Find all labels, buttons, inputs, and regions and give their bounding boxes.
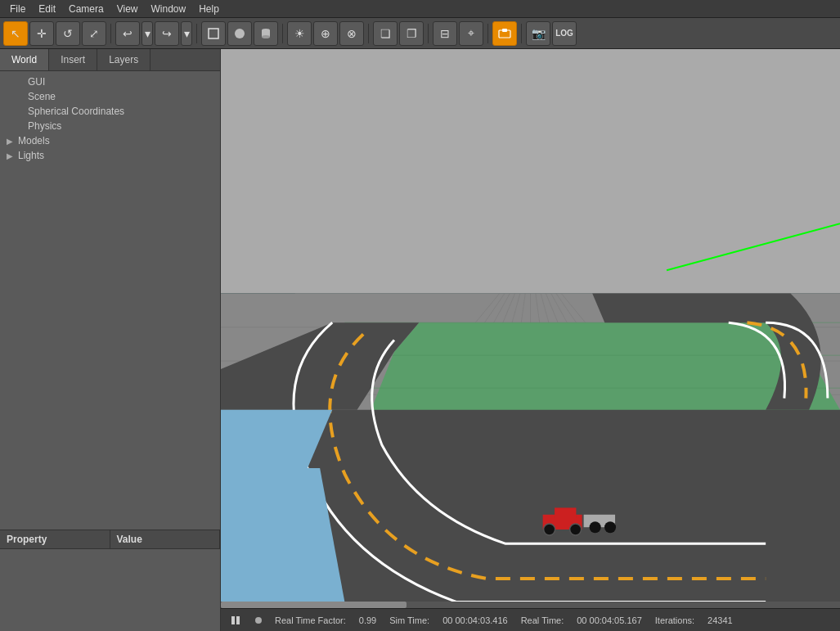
menu-camera[interactable]: Camera — [62, 2, 110, 16]
log-button[interactable]: LOG — [552, 21, 577, 46]
sep4 — [368, 24, 369, 43]
lights-arrow — [7, 151, 15, 160]
real-time-value: 00 00:04:05.167 — [577, 615, 642, 625]
redo-button[interactable]: ↪ — [155, 21, 179, 46]
properties-panel: Property Value — [0, 530, 220, 631]
realtime-factor-label: Real Time Factor: — [275, 615, 346, 625]
iterations-value: 24341 — [707, 615, 733, 625]
box-button[interactable] — [201, 21, 226, 46]
spot-light-button[interactable]: ⊗ — [339, 21, 364, 46]
redo-dropdown[interactable]: ▾ — [181, 21, 192, 46]
align-button[interactable]: ⊟ — [433, 21, 457, 46]
svg-rect-0 — [209, 29, 218, 38]
select-tool-button[interactable]: ↖ — [3, 21, 28, 46]
menu-view[interactable]: View — [110, 2, 145, 16]
models-arrow — [7, 137, 15, 146]
rotate-tool-button[interactable]: ↺ — [56, 21, 80, 46]
svg-point-4 — [262, 35, 270, 38]
screenshot-button[interactable]: 📷 — [526, 21, 550, 46]
real-time-label: Real Time: — [521, 615, 564, 625]
tab-bar: World Insert Layers — [0, 49, 220, 71]
cylinder-button[interactable] — [254, 21, 278, 46]
tree-item-spherical[interactable]: Spherical Coordinates — [0, 104, 220, 119]
realtime-factor-value: 0.99 — [359, 615, 376, 625]
toolbar: ↖ ✛ ↺ ⤢ ↩ ▾ ↪ ▾ ☀ ⊕ ⊗ ❏ ❐ ⊟ ⌖ 📷 LOG — [0, 18, 840, 49]
menu-help[interactable]: Help — [192, 2, 226, 16]
sun-light-button[interactable]: ☀ — [287, 21, 312, 46]
sep7 — [521, 24, 522, 43]
prop-col-property: Property — [0, 530, 110, 548]
prop-body — [0, 549, 220, 631]
world-tree: GUI Scene Spherical Coordinates Physics … — [0, 71, 220, 530]
menu-file[interactable]: File — [3, 2, 32, 16]
sep2 — [196, 24, 197, 43]
3d-viewport[interactable]: Real Time Factor: 0.99 Sim Time: 00 00:0… — [221, 49, 840, 631]
menubar: File Edit Camera View Window Help — [0, 0, 840, 18]
sep5 — [428, 24, 429, 43]
svg-rect-8 — [236, 616, 240, 624]
undo-dropdown[interactable]: ▾ — [141, 21, 153, 46]
paste-button[interactable]: ❐ — [399, 21, 424, 46]
main-layout: World Insert Layers GUI Scene Spherical … — [0, 49, 840, 631]
snap-button[interactable]: ⌖ — [459, 21, 483, 46]
tree-item-models[interactable]: Models — [0, 133, 220, 148]
svg-rect-6 — [502, 29, 507, 32]
point-light-button[interactable]: ⊕ — [313, 21, 338, 46]
viewport-scrollbar-thumb[interactable] — [221, 602, 407, 608]
sep1 — [110, 24, 111, 43]
tab-insert[interactable]: Insert — [49, 49, 97, 70]
tab-layers[interactable]: Layers — [97, 49, 150, 70]
svg-point-1 — [235, 29, 245, 38]
copy-button[interactable]: ❏ — [373, 21, 398, 46]
scene-canvas — [221, 49, 840, 631]
scale-tool-button[interactable]: ⤢ — [82, 21, 106, 46]
svg-rect-7 — [231, 616, 235, 624]
sep3 — [282, 24, 283, 43]
tab-world[interactable]: World — [0, 49, 49, 70]
viewport-scrollbar[interactable] — [221, 602, 840, 608]
tree-item-gui[interactable]: GUI — [0, 74, 220, 89]
iterations-label: Iterations: — [655, 615, 694, 625]
sphere-button[interactable] — [227, 21, 252, 46]
pause-button[interactable] — [229, 614, 242, 627]
status-indicator — [255, 617, 262, 624]
left-panel: World Insert Layers GUI Scene Spherical … — [0, 49, 221, 631]
statusbar: Real Time Factor: 0.99 Sim Time: 00 00:0… — [221, 608, 840, 631]
menu-window[interactable]: Window — [145, 2, 193, 16]
tree-item-scene[interactable]: Scene — [0, 89, 220, 104]
prop-col-value: Value — [110, 530, 221, 548]
camera-follow-button[interactable] — [492, 21, 517, 46]
sim-time-value: 00 00:04:03.416 — [442, 615, 508, 625]
undo-button[interactable]: ↩ — [115, 21, 140, 46]
tree-item-lights[interactable]: Lights — [0, 148, 220, 163]
prop-header: Property Value — [0, 530, 220, 549]
sim-time-label: Sim Time: — [389, 615, 429, 625]
sep6 — [487, 24, 488, 43]
tree-item-physics[interactable]: Physics — [0, 119, 220, 133]
translate-tool-button[interactable]: ✛ — [29, 21, 54, 46]
menu-edit[interactable]: Edit — [32, 2, 62, 16]
